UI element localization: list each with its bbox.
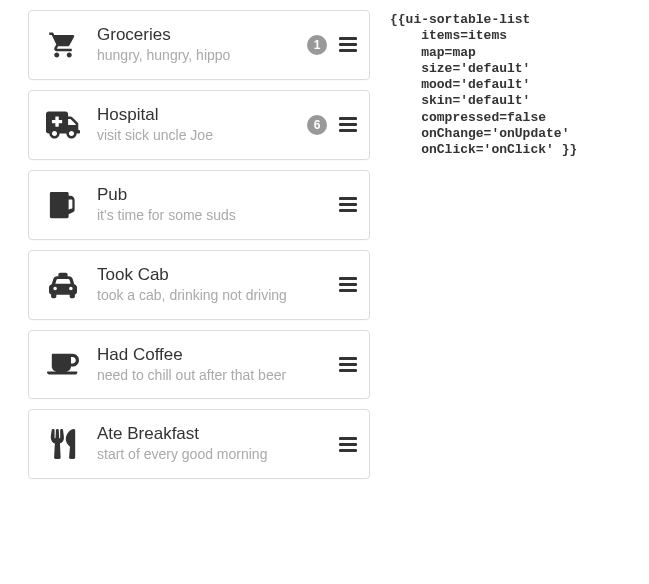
list-item-title: Hospital [97, 105, 293, 125]
coffee-icon [43, 351, 83, 379]
drag-handle-icon[interactable] [339, 37, 357, 52]
drag-handle-icon[interactable] [339, 357, 357, 372]
sortable-list: Groceries hungry, hungry, hippo 1 Hospit… [10, 10, 370, 479]
list-item-title: Had Coffee [97, 345, 325, 365]
list-item-title: Groceries [97, 25, 293, 45]
drag-handle-icon[interactable] [339, 277, 357, 292]
utensils-icon [43, 429, 83, 459]
drag-handle-icon[interactable] [339, 197, 357, 212]
list-item-subtitle: need to chill out after that beer [97, 366, 325, 385]
list-item[interactable]: Had Coffee need to chill out after that … [28, 330, 370, 400]
list-item-subtitle: start of every good morning [97, 445, 325, 464]
list-item-title: Took Cab [97, 265, 325, 285]
cart-icon [43, 30, 83, 60]
list-item[interactable]: Ate Breakfast start of every good mornin… [28, 409, 370, 479]
list-item-subtitle: it's time for some suds [97, 206, 325, 225]
ambulance-icon [43, 111, 83, 139]
drag-handle-icon[interactable] [339, 437, 357, 452]
drag-handle-icon[interactable] [339, 117, 357, 132]
count-badge: 1 [307, 35, 327, 55]
taxi-icon [43, 271, 83, 299]
list-item[interactable]: Hospital visit sick uncle Joe 6 [28, 90, 370, 160]
list-item-subtitle: hungry, hungry, hippo [97, 46, 293, 65]
list-item[interactable]: Took Cab took a cab, drinking not drivin… [28, 250, 370, 320]
list-item[interactable]: Groceries hungry, hungry, hippo 1 [28, 10, 370, 80]
list-item-subtitle: visit sick uncle Joe [97, 126, 293, 145]
beer-icon [43, 190, 83, 220]
list-item-title: Ate Breakfast [97, 424, 325, 444]
code-snippet: {{ui-sortable-list items=items map=map s… [390, 10, 577, 158]
list-item[interactable]: Pub it's time for some suds [28, 170, 370, 240]
list-item-subtitle: took a cab, drinking not driving [97, 286, 325, 305]
list-item-title: Pub [97, 185, 325, 205]
count-badge: 6 [307, 115, 327, 135]
